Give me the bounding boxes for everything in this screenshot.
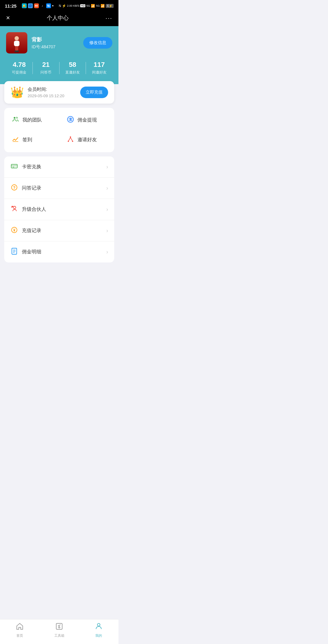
svg-point-0 [15, 36, 19, 40]
menu-upgrade-partner-label: 升级合伙人 [22, 206, 46, 213]
menu-recharge-records-label: 充值记录 [22, 228, 41, 234]
menu-commission-detail-left: 佣金明细 [10, 248, 41, 256]
status-time: 11:25 [5, 3, 16, 9]
avatar [6, 32, 27, 53]
stat-direct-invite-label: 直邀好友 [60, 70, 86, 75]
stat-commission-label: 可提佣金 [6, 70, 32, 75]
quick-actions: 我的团队 支 佣金提现 [4, 108, 114, 152]
avatar-inner [6, 32, 27, 53]
member-title: 会员时间: [28, 87, 64, 92]
recharge-button[interactable]: 立即充值 [80, 87, 108, 98]
signal-label: 5G [86, 4, 90, 7]
action-invite-friends[interactable]: 邀请好友 [59, 130, 114, 150]
svg-point-8 [14, 117, 15, 119]
stat-indirect-invite: 117 间邀好友 [86, 61, 112, 75]
svg-rect-4 [15, 46, 17, 51]
menu-list: 卡密兑换 › ? 问答记录 › [4, 156, 114, 262]
action-invite-friends-label: 邀请好友 [77, 137, 97, 143]
invite-icon [67, 135, 74, 144]
chevron-icon-5: › [106, 249, 108, 255]
status-right-icons: N ⚡ 2.00 KB/S HD 5G 📶 5G 📶 6⚡ [59, 4, 114, 8]
profile-id: ID号:484707 [32, 44, 56, 50]
svg-text:¥: ¥ [13, 228, 15, 232]
recharge-records-icon: ¥ [10, 226, 18, 235]
menu-qa-records-label: 问答记录 [22, 185, 41, 191]
svg-point-15 [70, 136, 71, 138]
profile-left: 背影 ID号:484707 [6, 32, 56, 53]
menu-card-redeem-label: 卡密兑换 [22, 164, 41, 170]
member-date: 2029-05-09 15:12:20 [28, 94, 64, 98]
svg-text:?: ? [13, 185, 15, 190]
close-button[interactable]: × [6, 14, 10, 22]
svg-text:支: 支 [69, 118, 73, 121]
signal-5g: 5G [96, 4, 100, 7]
checkin-icon [12, 135, 19, 144]
member-left: 👑 会员时间: 2029-05-09 15:12:20 [10, 86, 64, 99]
app-icon-bell: 🔔 [22, 3, 27, 8]
stat-direct-invite-value: 58 [60, 61, 86, 69]
stat-coins-value: 21 [33, 61, 59, 69]
member-card: 👑 会员时间: 2029-05-09 15:12:20 立即充值 [4, 81, 114, 104]
signal-bars2: 📶 [101, 4, 105, 8]
action-check-in[interactable]: 签到 [4, 130, 59, 150]
content-wrapper: 背影 ID号:484707 修改信息 4.78 可提佣金 21 问答币 58 直… [0, 26, 118, 291]
card-redeem-icon [10, 163, 18, 171]
svg-rect-7 [17, 50, 19, 52]
menu-qa-records[interactable]: ? 问答记录 › [4, 178, 114, 199]
svg-line-19 [70, 138, 72, 141]
chevron-icon-4: › [106, 228, 108, 234]
status-icons: 🔔 🔵 88 ♪ 知 • [22, 3, 54, 8]
svg-rect-2 [14, 41, 15, 46]
page-title: 个人中心 [47, 14, 69, 22]
svg-line-10 [16, 117, 17, 117]
svg-rect-5 [17, 46, 18, 51]
commission-icon: 支 [67, 116, 74, 125]
menu-card-redeem[interactable]: 卡密兑换 › [4, 156, 114, 178]
stat-direct-invite: 58 直邀好友 [60, 61, 86, 75]
actions-grid: 我的团队 支 佣金提现 [4, 110, 114, 150]
stat-commission: 4.78 可提佣金 [6, 61, 32, 75]
qa-records-icon: ? [10, 184, 18, 193]
team-icon [12, 116, 19, 125]
menu-qa-records-left: ? 问答记录 [10, 184, 41, 193]
member-info: 会员时间: 2029-05-09 15:12:20 [28, 87, 64, 98]
menu-commission-detail[interactable]: 佣金明细 › [4, 242, 114, 262]
stat-coins-label: 问答币 [33, 70, 59, 75]
avatar-svg [9, 35, 24, 53]
menu-upgrade-partner[interactable]: 升级合伙人 › [4, 199, 114, 220]
action-my-team-label: 我的团队 [22, 117, 42, 123]
app-icon-blue: 🔵 [28, 3, 33, 8]
more-button[interactable]: ··· [105, 15, 112, 22]
menu-card-redeem-left: 卡密兑换 [10, 163, 41, 171]
bluetooth-icon: ⚡ [62, 4, 66, 8]
svg-rect-6 [15, 50, 17, 52]
upgrade-partner-icon [10, 205, 18, 214]
battery-icon: 6⚡ [106, 4, 114, 8]
stat-coins: 21 问答币 [33, 61, 59, 75]
network-speed: 2.00 KB/S [67, 4, 80, 7]
menu-recharge-records-left: ¥ 充值记录 [10, 226, 41, 235]
chevron-icon-3: › [106, 206, 108, 213]
stat-indirect-invite-label: 间邀好友 [86, 70, 112, 75]
menu-commission-detail-label: 佣金明细 [22, 249, 41, 255]
action-check-in-label: 签到 [22, 137, 32, 143]
profile-info: 背影 ID号:484707 [32, 36, 56, 50]
stats-row: 4.78 可提佣金 21 问答币 58 直邀好友 117 间邀好友 [6, 61, 112, 75]
action-my-team[interactable]: 我的团队 [4, 110, 59, 130]
action-commission-withdraw-label: 佣金提现 [77, 117, 97, 123]
svg-rect-3 [18, 41, 19, 46]
menu-recharge-records[interactable]: ¥ 充值记录 › [4, 220, 114, 242]
profile-top: 背影 ID号:484707 修改信息 [6, 32, 112, 53]
profile-header: 背影 ID号:484707 修改信息 4.78 可提佣金 21 问答币 58 直… [0, 26, 118, 84]
chevron-icon-1: › [106, 164, 108, 170]
signal-bars: 📶 [91, 4, 95, 8]
svg-line-18 [69, 138, 70, 141]
menu-upgrade-partner-left: 升级合伙人 [10, 205, 46, 214]
stat-indirect-invite-value: 117 [86, 61, 112, 69]
action-commission-withdraw[interactable]: 支 佣金提现 [59, 110, 114, 130]
hd-badge: HD [80, 4, 85, 7]
app-icon-orange: 88 [34, 3, 39, 8]
edit-profile-button[interactable]: 修改信息 [83, 37, 112, 49]
svg-point-17 [72, 141, 73, 142]
app-icon-tiktok: ♪ [40, 3, 45, 8]
